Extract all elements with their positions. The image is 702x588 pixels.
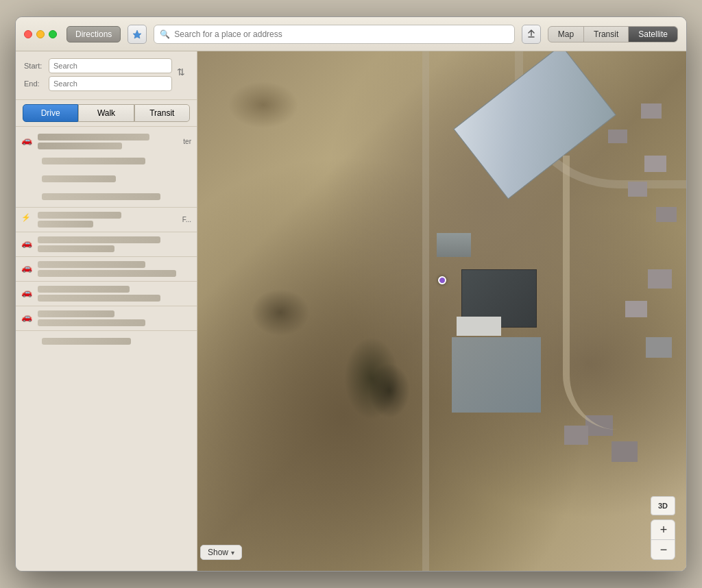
- map-type-satellite-button[interactable]: Satellite: [629, 27, 677, 42]
- end-field: End:: [24, 76, 172, 91]
- map-type-switcher: Map Transit Satellite: [548, 26, 678, 42]
- route-row-content-5: [38, 286, 191, 302]
- car-icon-1: 🚗: [21, 135, 34, 145]
- blur-7: [38, 245, 114, 252]
- blur-9: [38, 270, 176, 277]
- close-button[interactable]: [24, 30, 32, 38]
- blur-bar-1a: [38, 134, 149, 140]
- end-input[interactable]: [49, 76, 172, 91]
- zoom-button[interactable]: [49, 30, 57, 38]
- blur-14: [42, 338, 131, 345]
- route-footer: [16, 332, 197, 350]
- step-icon-1: [23, 154, 36, 168]
- zoom-in-button[interactable]: +: [651, 520, 675, 539]
- zoom-controls: + −: [651, 519, 675, 560]
- blur-13: [38, 319, 145, 326]
- blur-8: [38, 261, 145, 268]
- blur-4: [38, 212, 121, 219]
- route-step-3: [16, 188, 197, 206]
- route-item-6: 🚗: [16, 308, 197, 329]
- chevron-down-icon: ▾: [231, 549, 234, 556]
- route-row-content-1: ter: [38, 134, 191, 149]
- maps-window: Directions 🔍 Map Transit Satellite: [15, 16, 687, 572]
- step-content-2: [42, 175, 190, 182]
- drive-tab[interactable]: Drive: [23, 104, 78, 122]
- divider-6: [16, 330, 197, 331]
- blur-6: [38, 236, 160, 243]
- satellite-background: [197, 51, 686, 571]
- blur-11: [38, 295, 160, 302]
- map-area[interactable]: Show ▾ 3D + −: [197, 51, 686, 571]
- route-row-content-3: [38, 236, 191, 252]
- route-list: 🚗 ter: [16, 127, 197, 571]
- location-pin: [438, 276, 446, 284]
- divider-3: [16, 256, 197, 257]
- map-type-transit-button[interactable]: Transit: [584, 27, 629, 42]
- main-content: Start: End: ⇅ Drive Walk Transit: [16, 51, 686, 571]
- route-label-1: ter: [183, 138, 191, 145]
- route-step-2: [16, 170, 197, 188]
- blur-3: [42, 193, 160, 200]
- car-icon-2: 🚗: [21, 238, 34, 248]
- walk-tab[interactable]: Walk: [78, 104, 134, 122]
- car-icon-4: 🚗: [21, 287, 34, 297]
- blur-2: [42, 175, 116, 182]
- divider-5: [16, 306, 197, 306]
- blur-12: [38, 310, 114, 317]
- blur-10: [38, 286, 130, 293]
- start-label: Start:: [24, 62, 46, 70]
- travel-mode-tabs: Drive Walk Transit: [16, 100, 197, 127]
- route-item-5: 🚗: [16, 283, 197, 304]
- map-controls: 3D + −: [651, 496, 675, 560]
- titlebar: Directions 🔍 Map Transit Satellite: [16, 17, 686, 51]
- route-item-2: ⚡ F...: [16, 209, 197, 230]
- blur-5: [38, 221, 93, 228]
- divider-4: [16, 281, 197, 282]
- bolt-icon: ⚡: [21, 213, 34, 222]
- show-dropdown[interactable]: Show ▾: [200, 545, 242, 560]
- sidebar: Start: End: ⇅ Drive Walk Transit: [16, 51, 197, 571]
- divider-1: [16, 207, 197, 208]
- step-icon-footer: [23, 334, 36, 348]
- step-content-1: [42, 158, 190, 164]
- divider-2: [16, 232, 197, 232]
- zoom-out-button[interactable]: −: [651, 540, 675, 559]
- route-row-content-4: [38, 261, 191, 277]
- transit-tab[interactable]: Transit: [134, 104, 190, 122]
- blur-1: [42, 158, 145, 164]
- route-item-3: 🚗: [16, 234, 197, 255]
- 3d-button[interactable]: 3D: [651, 496, 675, 515]
- map-type-map-button[interactable]: Map: [548, 27, 584, 42]
- end-label: End:: [24, 79, 46, 88]
- route-fields: Start: End: ⇅: [16, 51, 197, 100]
- blur-bar-1b: [38, 143, 122, 149]
- car-icon-3: 🚗: [21, 262, 34, 273]
- share-button[interactable]: [522, 25, 541, 44]
- route-row-top-2: F...: [38, 212, 191, 228]
- swap-button[interactable]: ⇅: [173, 58, 189, 86]
- minimize-button[interactable]: [36, 30, 45, 38]
- show-label: Show: [208, 548, 228, 557]
- start-input[interactable]: [49, 58, 172, 73]
- route-step-1: [16, 152, 197, 170]
- route-row-content-6: [38, 310, 191, 326]
- step-icon-2: [23, 172, 36, 186]
- search-input[interactable]: [174, 29, 508, 39]
- route-item-1: 🚗 ter: [16, 131, 197, 152]
- traffic-lights: [24, 30, 57, 38]
- step-content-3: [42, 193, 190, 200]
- route-row-top-1: ter: [38, 134, 191, 149]
- current-location-button[interactable]: [128, 25, 147, 44]
- route-label-2: F...: [182, 216, 191, 223]
- car-icon-5: 🚗: [21, 312, 34, 322]
- start-field: Start:: [24, 58, 172, 73]
- route-item-4: 🚗: [16, 258, 197, 280]
- step-content-footer: [42, 338, 190, 345]
- step-icon-3: [23, 190, 36, 204]
- search-icon: 🔍: [160, 29, 170, 39]
- search-bar[interactable]: 🔍: [154, 25, 514, 44]
- directions-button[interactable]: Directions: [66, 26, 121, 42]
- route-row-content-2: F...: [38, 212, 191, 228]
